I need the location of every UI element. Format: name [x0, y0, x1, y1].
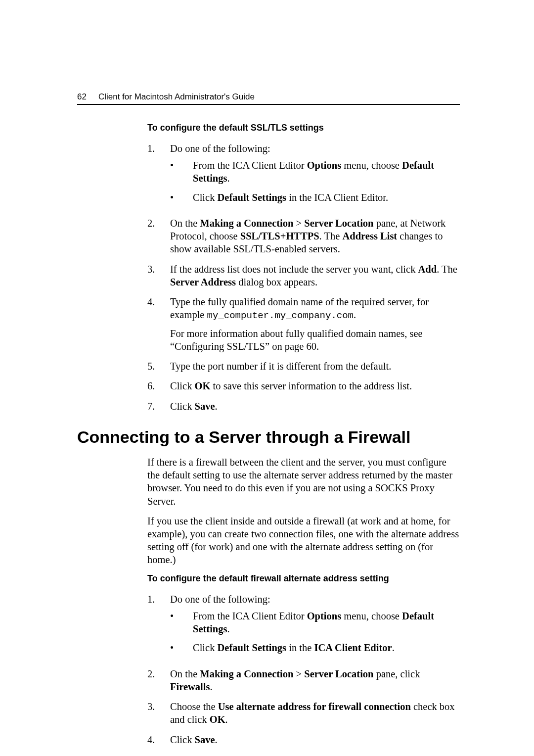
text: pane, click	[374, 668, 420, 679]
list-item: 5. Type the port number if it is differe…	[147, 360, 460, 373]
list-item: 3. Choose the Use alternate address for …	[147, 700, 460, 726]
text: .	[210, 681, 212, 692]
list-item: 3. If the address list does not include …	[147, 263, 460, 288]
list-body: Do one of the following: • From the ICA …	[170, 142, 460, 210]
bullet-list: • From the ICA Client Editor Options men…	[170, 159, 460, 204]
list-item: 6. Click OK to save this server informat…	[147, 379, 460, 392]
ordered-list-ssl: 1. Do one of the following: • From the I…	[147, 142, 460, 413]
list-item: 1. Do one of the following: • From the I…	[147, 142, 460, 210]
text: .	[354, 309, 356, 320]
list-number: 1.	[147, 142, 170, 210]
bold-text: ICA Client Editor	[314, 642, 392, 653]
bullet-list: • From the ICA Client Editor Options men…	[170, 610, 460, 655]
bold-text: Making a Connection	[200, 668, 293, 679]
list-number: 4.	[147, 295, 170, 353]
text: Click	[170, 401, 195, 412]
list-number: 3.	[147, 263, 170, 288]
text: Do one of the following:	[170, 594, 270, 605]
list-body: If the address list does not include the…	[170, 263, 460, 288]
bullet-body: From the ICA Client Editor Options menu,…	[193, 159, 460, 185]
text: . The	[437, 264, 457, 275]
list-number: 2.	[147, 217, 170, 256]
bold-text: Making a Connection	[200, 218, 293, 229]
text: From the ICA Client Editor	[193, 160, 307, 171]
bullet-body: Click Default Settings in the ICA Client…	[193, 641, 395, 654]
list-item: 7. Click Save.	[147, 400, 460, 413]
text: menu, choose	[341, 160, 402, 171]
list-body: On the Making a Connection > Server Loca…	[170, 667, 460, 693]
bold-text: Add	[418, 264, 437, 275]
text: Type the fully qualified domain name of …	[170, 295, 460, 322]
heading-firewall: Connecting to a Server through a Firewal…	[77, 427, 460, 447]
list-number: 7.	[147, 400, 170, 413]
text: If the address list does not include the…	[170, 264, 418, 275]
section-ssl-tls: To configure the default SSL/TLS setting…	[147, 123, 460, 413]
bold-text: Server Location	[304, 668, 373, 679]
bullet-body: Click Default Settings in the ICA Client…	[193, 191, 388, 204]
text: >	[293, 668, 304, 679]
text: .	[227, 623, 229, 634]
text: Click	[170, 734, 195, 745]
list-body: Choose the Use alternate address for fir…	[170, 700, 460, 726]
text: For more information about fully qualifi…	[170, 327, 460, 353]
bold-text: Save	[195, 734, 215, 745]
bold-text: Default Settings	[218, 192, 287, 203]
list-item: 2. On the Making a Connection > Server L…	[147, 217, 460, 256]
bold-text: Server Address	[170, 277, 236, 287]
text: On the	[170, 218, 200, 229]
bold-text: Default Settings	[218, 642, 287, 653]
bold-text: Use alternate address for firewall conne…	[218, 701, 411, 712]
paragraph: If you use the client inside and outside…	[147, 515, 460, 567]
bold-text: Firewalls	[170, 681, 210, 692]
list-number: 3.	[147, 700, 170, 726]
paragraph: If there is a firewall between the clien…	[147, 456, 460, 508]
text: Click	[170, 380, 195, 391]
subheading-firewall: To configure the default firewall altern…	[147, 573, 460, 584]
list-item: 4. Type the fully qualified domain name …	[147, 295, 460, 353]
text: dialog box appears.	[236, 277, 317, 287]
list-body: On the Making a Connection > Server Loca…	[170, 217, 460, 256]
text: Click	[193, 192, 218, 203]
bullet-icon: •	[170, 159, 193, 185]
bold-text: OK	[210, 714, 225, 725]
bold-text: Server Location	[304, 218, 373, 229]
text: From the ICA Client Editor	[193, 611, 307, 621]
text: . The	[319, 231, 343, 241]
text: in the ICA Client Editor.	[286, 192, 388, 203]
bold-text: SSL/TLS+HTTPS	[240, 231, 319, 241]
bullet-body: From the ICA Client Editor Options menu,…	[193, 610, 460, 635]
bold-text: OK	[195, 380, 211, 391]
text: Type the port number if it is different …	[170, 361, 391, 372]
text: Click	[193, 642, 218, 653]
list-body: Type the fully qualified domain name of …	[170, 295, 460, 353]
section-firewall: If there is a firewall between the clien…	[147, 456, 460, 746]
text: >	[293, 218, 304, 229]
list-item: 1. Do one of the following: • From the I…	[147, 593, 460, 661]
text: .	[225, 714, 228, 725]
bullet-icon: •	[170, 610, 193, 635]
list-body: Do one of the following: • From the ICA …	[170, 593, 460, 661]
list-number: 1.	[147, 593, 170, 661]
list-number: 5.	[147, 360, 170, 373]
list-number: 4.	[147, 733, 170, 746]
code-text: my_computer.my_company.com	[207, 310, 354, 321]
list-body: Click OK to save this server information…	[170, 379, 460, 392]
header-title: Client for Macintosh Administrator's Gui…	[98, 92, 255, 102]
bullet-item: • Click Default Settings in the ICA Clie…	[170, 641, 460, 654]
text: Do one of the following:	[170, 143, 270, 154]
page: 62 Client for Macintosh Administrator's …	[0, 0, 534, 746]
text: .	[392, 642, 395, 653]
text: .	[215, 734, 218, 745]
page-header: 62 Client for Macintosh Administrator's …	[77, 92, 460, 105]
text: menu, choose	[341, 611, 402, 621]
text: .	[227, 173, 229, 184]
text: Choose the	[170, 701, 218, 712]
bold-text: Save	[195, 401, 215, 412]
ordered-list-firewall: 1. Do one of the following: • From the I…	[147, 593, 460, 746]
bold-text: Address List	[343, 231, 398, 241]
bold-text: Options	[307, 160, 342, 171]
bullet-icon: •	[170, 191, 193, 204]
text: in the	[286, 642, 314, 653]
bold-text: Options	[307, 611, 342, 621]
list-body: Type the port number if it is different …	[170, 360, 460, 373]
